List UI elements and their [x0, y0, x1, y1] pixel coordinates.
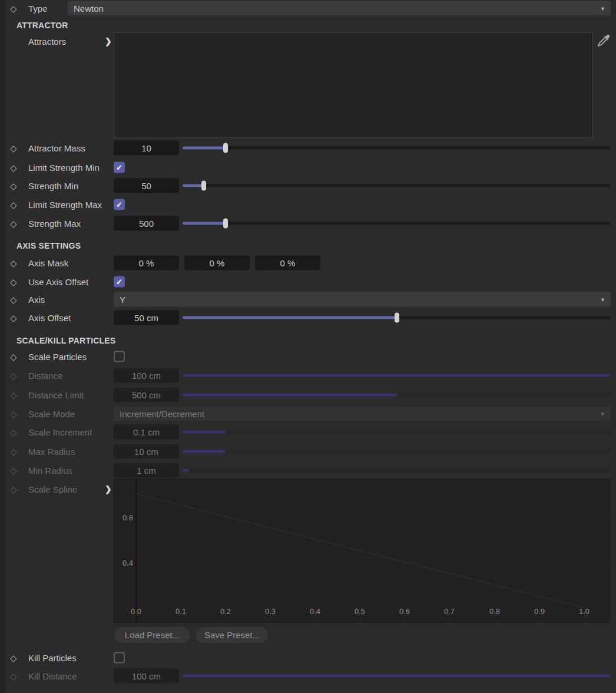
attractors-label: Attractors [28, 37, 66, 47]
eyedropper-icon[interactable] [596, 33, 611, 48]
kill-distance-label: Kill Distance [28, 671, 77, 681]
row-distance: ◇ Distance 100 cm [0, 368, 616, 383]
distance-label: Distance [28, 371, 62, 381]
strength-min-label: Strength Min [28, 181, 78, 191]
min-radius-label: Min Radius [28, 466, 72, 476]
row-use-axis-offset: ◇ Use Axis Offset ✓ [0, 274, 616, 289]
type-dropdown[interactable]: Newton ▼ [68, 1, 611, 16]
attractor-mass-value: 10 [141, 143, 151, 153]
scale-mode-dropdown-value: Increment/Decrement [120, 409, 204, 419]
kill-particles-label: Kill Particles [28, 653, 77, 663]
row-limit-strength-max: ◇ Limit Strength Max ✓ [0, 197, 616, 212]
keyframe-diamond-icon[interactable]: ◇ [10, 352, 17, 361]
slider-fill [183, 469, 189, 472]
attractor-mass-input[interactable]: 10 [114, 141, 179, 156]
row-limit-strength-min: ◇ Limit Strength Min ✓ [0, 160, 616, 175]
spline-curve [113, 478, 611, 623]
slider-track [183, 147, 611, 150]
slider-handle[interactable] [395, 313, 399, 323]
strength-min-value: 50 [141, 181, 151, 191]
keyframe-diamond-icon[interactable]: ◇ [10, 182, 17, 190]
keyframe-diamond-icon[interactable]: ◇ [10, 4, 17, 13]
kill-particles-checkbox[interactable]: ✓ [114, 652, 125, 664]
axis-offset-slider[interactable] [183, 310, 611, 325]
axis-mask-y-value: 0 % [210, 258, 225, 268]
y-tick-label: 0.4 [113, 559, 133, 567]
keyframe-diamond-icon[interactable]: ◇ [10, 144, 17, 153]
scale-mode-label: Scale Mode [28, 409, 75, 419]
keyframe-diamond-icon: ◇ [10, 391, 17, 400]
check-icon: ✓ [116, 164, 122, 171]
strength-max-value: 500 [139, 219, 154, 229]
use-axis-offset-label: Use Axis Offset [28, 277, 88, 287]
row-scale-particles: ◇ Scale Particles ✓ [0, 349, 616, 364]
distance-limit-value: 500 cm [132, 390, 161, 400]
max-radius-value: 10 cm [134, 447, 158, 457]
type-label: Type [28, 4, 48, 14]
save-preset-button[interactable]: Save Preset... [196, 627, 268, 643]
limit-strength-max-checkbox[interactable]: ✓ [114, 199, 125, 210]
distance-slider [183, 368, 611, 383]
axis-mask-y-input[interactable]: 0 % [184, 256, 250, 270]
slider-fill [183, 431, 226, 434]
scale-increment-label: Scale Increment [28, 427, 92, 437]
strength-min-input[interactable]: 50 [114, 179, 179, 193]
row-min-radius: ◇ Min Radius 1 cm [0, 463, 616, 478]
keyframe-diamond-icon[interactable]: ◇ [10, 200, 17, 209]
axis-mask-x-value: 0 % [139, 258, 154, 268]
axis-offset-input[interactable]: 50 cm [114, 311, 179, 325]
slider-fill [183, 394, 397, 397]
axis-mask-x-input[interactable]: 0 % [114, 256, 179, 270]
x-tick-label: 0.0 [124, 607, 148, 616]
keyframe-diamond-icon: ◇ [10, 371, 17, 380]
row-strength-max: ◇ Strength Max 500 [0, 216, 616, 231]
scale-spline-graph[interactable]: 0.8 0.4 0.0 0.1 0.2 0.3 0.4 0.5 0.6 0.7 … [113, 478, 611, 623]
axis-mask-z-value: 0 % [280, 258, 296, 268]
slider-handle[interactable] [223, 219, 228, 229]
keyframe-diamond-icon[interactable]: ◇ [10, 654, 17, 662]
keyframe-diamond-icon: ◇ [10, 428, 17, 437]
min-radius-slider [183, 463, 611, 478]
axis-dropdown[interactable]: Y ▼ [114, 292, 611, 307]
strength-min-slider[interactable] [183, 178, 611, 193]
row-strength-min: ◇ Strength Min 50 [0, 178, 616, 193]
axis-mask-z-input[interactable]: 0 % [255, 256, 320, 270]
x-tick-label: 0.3 [259, 607, 282, 616]
x-tick-label: 0.8 [483, 607, 506, 616]
chevron-down-icon: ▼ [600, 5, 605, 11]
scale-increment-slider [183, 424, 611, 440]
keyframe-diamond-icon[interactable]: ◇ [10, 163, 17, 172]
chevron-right-icon[interactable]: ❯ [105, 37, 112, 46]
scale-particles-checkbox[interactable]: ✓ [114, 351, 125, 362]
row-type: ◇ Type Newton ▼ [0, 1, 616, 16]
axis-mask-label: Axis Mask [28, 258, 68, 268]
load-preset-button[interactable]: Load Preset... [115, 627, 190, 643]
slider-fill [183, 316, 397, 319]
limit-strength-min-checkbox[interactable]: ✓ [114, 162, 125, 173]
scale-mode-dropdown: Increment/Decrement ▼ [114, 407, 611, 421]
keyframe-diamond-icon: ◇ [10, 485, 17, 494]
keyframe-diamond-icon[interactable]: ◇ [10, 314, 17, 322]
slider-track [183, 450, 611, 453]
keyframe-diamond-icon[interactable]: ◇ [10, 295, 17, 304]
max-radius-slider [183, 444, 611, 459]
attractor-mass-label: Attractor Mass [28, 143, 85, 153]
keyframe-diamond-icon[interactable]: ◇ [10, 278, 17, 286]
distance-input: 100 cm [114, 368, 179, 383]
keyframe-diamond-icon[interactable]: ◇ [10, 259, 17, 268]
attractors-list-box[interactable] [114, 32, 593, 138]
distance-limit-input: 500 cm [114, 388, 179, 402]
slider-handle[interactable] [201, 181, 206, 191]
row-scale-mode: ◇ Scale Mode Increment/Decrement ▼ [0, 406, 616, 421]
attractor-mass-slider[interactable] [183, 140, 611, 156]
strength-max-input[interactable]: 500 [114, 216, 179, 231]
slider-handle[interactable] [223, 143, 228, 153]
slider-track [183, 184, 611, 187]
chevron-down-icon: ▼ [600, 411, 605, 417]
use-axis-offset-checkbox[interactable]: ✓ [114, 276, 125, 288]
keyframe-diamond-icon[interactable]: ◇ [10, 219, 17, 228]
chevron-down-icon: ▼ [600, 296, 605, 302]
strength-max-slider[interactable] [183, 216, 611, 231]
x-tick-label: 0.2 [214, 607, 237, 616]
chevron-right-icon[interactable]: ❯ [105, 484, 112, 494]
